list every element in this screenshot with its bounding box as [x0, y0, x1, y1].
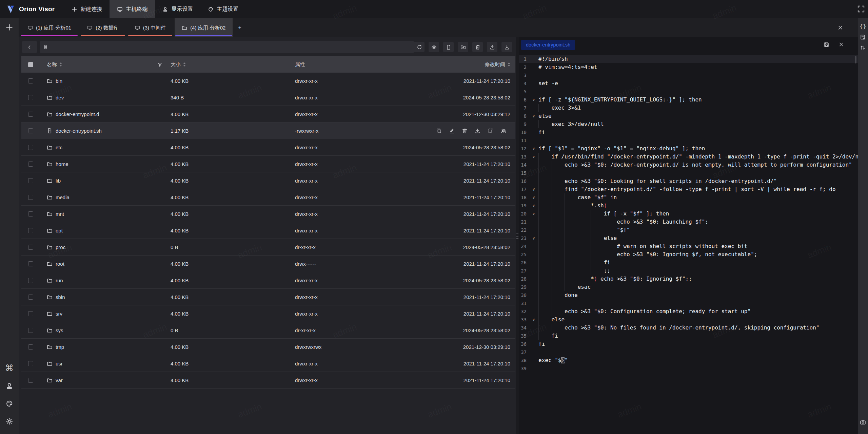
fold-chevron-icon[interactable]: ∨ [529, 185, 538, 193]
add-tab-button[interactable]: + [233, 18, 246, 37]
divider-grip[interactable] [516, 232, 518, 241]
close-panel-icon[interactable] [837, 25, 843, 31]
cell-name[interactable]: home [40, 161, 171, 167]
new-file-button[interactable] [443, 42, 454, 52]
fold-chevron-icon[interactable]: ∨ [529, 96, 538, 104]
row-checkbox[interactable] [28, 361, 33, 366]
nav-item-0[interactable]: 新建连接 [64, 0, 110, 18]
eye-button[interactable] [429, 42, 439, 52]
table-row[interactable]: tmp4.00 KBdrwxrwxrwx2021-12-30 03:29:10 [21, 339, 515, 355]
table-row[interactable]: run4.00 KBdrwxr-xr-x2024-05-28 23:58:02 [21, 272, 515, 289]
save-icon[interactable] [824, 42, 829, 48]
gear-icon[interactable] [5, 417, 13, 425]
table-row[interactable]: root4.00 KBdrwx------2021-11-24 17:20:10 [21, 256, 515, 272]
row-checkbox[interactable] [28, 195, 33, 200]
table-row[interactable]: mnt4.00 KBdrwxr-xr-x2021-11-24 17:20:10 [21, 206, 515, 222]
cell-name[interactable]: docker-entrypoint.sh [40, 128, 171, 134]
cell-name[interactable]: bin [40, 78, 171, 84]
table-row[interactable]: proc0 Bdr-xr-xr-x2024-05-28 23:58:02 [21, 239, 515, 256]
sort-time[interactable] [508, 62, 510, 67]
row-checkbox[interactable] [28, 112, 33, 117]
refresh-button[interactable] [414, 42, 425, 52]
braces-icon[interactable]: {} [860, 23, 866, 30]
row-checkbox[interactable] [28, 128, 33, 133]
cell-name[interactable]: usr [40, 361, 171, 366]
cell-name[interactable]: sys [40, 327, 171, 333]
terminal-tab-2[interactable]: (2) 数据库 [80, 18, 126, 37]
code-area[interactable]: 1#!/bin/sh2# vim:sw=4:ts=4:et34set -e56∨… [519, 55, 858, 373]
table-row[interactable]: usr4.00 KBdrwxr-xr-x2021-11-24 17:20:10 [21, 355, 515, 372]
delete-icon[interactable] [462, 128, 468, 134]
editor-close-icon[interactable] [839, 42, 844, 47]
cell-name[interactable]: docker-entrypoint.d [40, 111, 171, 117]
updown-icon[interactable] [860, 45, 866, 51]
upload-button[interactable] [487, 42, 497, 52]
editor-scrollbar[interactable] [855, 56, 856, 63]
table-row[interactable]: docker-entrypoint.d4.00 KBdrwxr-xr-x2021… [21, 106, 515, 122]
nav-item-2[interactable]: 显示设置 [155, 0, 200, 18]
table-row[interactable]: sbin4.00 KBdrwxr-xr-x2021-11-24 17:20:10 [21, 289, 515, 305]
doc-bookmark-icon[interactable] [860, 34, 866, 40]
row-checkbox[interactable] [28, 178, 33, 183]
command-icon[interactable]: ⌘ [5, 364, 14, 372]
panel-divider[interactable] [516, 37, 519, 434]
fold-chevron-icon[interactable]: ∨ [529, 153, 538, 161]
sort-name[interactable] [59, 62, 62, 67]
table-row[interactable]: sys0 Bdr-xr-xr-x2024-05-28 23:58:02 [21, 322, 515, 339]
cell-name[interactable]: mnt [40, 211, 171, 217]
row-checkbox[interactable] [28, 162, 33, 167]
screenshot-icon[interactable] [858, 419, 868, 425]
row-checkbox[interactable] [28, 95, 33, 100]
cell-name[interactable]: dev [40, 95, 171, 100]
cell-name[interactable]: lib [40, 178, 171, 184]
edit-icon[interactable] [449, 128, 455, 134]
fold-chevron-icon[interactable]: ∨ [529, 234, 538, 242]
row-checkbox[interactable] [28, 228, 33, 233]
download-icon[interactable] [475, 128, 480, 134]
back-button[interactable] [22, 41, 37, 53]
cell-name[interactable]: srv [40, 311, 171, 317]
row-checkbox[interactable] [28, 245, 33, 250]
table-row[interactable]: etc4.00 KBdrwxr-xr-x2024-05-28 23:58:02 [21, 139, 515, 156]
path-input[interactable] [40, 41, 414, 53]
fold-chevron-icon[interactable]: ∨ [529, 193, 538, 202]
editor-file-tab[interactable]: docker-entrypoint.sh [521, 40, 575, 50]
move-icon[interactable] [488, 128, 493, 134]
row-checkbox[interactable] [28, 78, 33, 83]
cell-name[interactable]: var [40, 377, 171, 383]
fold-chevron-icon[interactable]: ∨ [529, 145, 538, 153]
filter-icon[interactable] [157, 62, 162, 67]
fold-chevron-icon[interactable]: ∨ [529, 316, 538, 324]
fold-chevron-icon[interactable]: ∨ [529, 112, 538, 120]
plus-icon[interactable] [5, 23, 13, 31]
table-row[interactable]: bin4.00 KBdrwxr-xr-x2021-11-24 17:20:10 [21, 73, 515, 89]
row-checkbox[interactable] [28, 311, 33, 316]
palette-icon[interactable] [5, 400, 13, 408]
table-row[interactable]: docker-entrypoint.sh1.17 KB-rwxrwxr-x [21, 122, 515, 139]
cell-name[interactable]: sbin [40, 294, 171, 300]
row-checkbox[interactable] [28, 295, 33, 300]
new-folder-button[interactable] [458, 42, 468, 52]
cell-name[interactable]: opt [40, 228, 171, 233]
nav-item-1[interactable]: 主机终端 [110, 0, 155, 18]
sort-size[interactable] [183, 62, 186, 67]
app-logo[interactable]: Orion Visor [0, 5, 64, 14]
row-checkbox[interactable] [28, 328, 33, 333]
cell-name[interactable]: etc [40, 145, 171, 150]
stamp-icon[interactable] [5, 382, 13, 390]
fold-chevron-icon[interactable]: ∨ [529, 202, 538, 210]
permissions-icon[interactable] [500, 128, 506, 134]
nav-item-3[interactable]: 主题设置 [200, 0, 246, 18]
cell-name[interactable]: media [40, 194, 171, 200]
cell-name[interactable]: run [40, 278, 171, 283]
cell-name[interactable]: proc [40, 244, 171, 250]
terminal-tab-4[interactable]: (4) 应用-分析02 [175, 18, 233, 37]
row-checkbox[interactable] [28, 261, 33, 266]
row-checkbox[interactable] [28, 378, 33, 383]
row-checkbox[interactable] [28, 145, 33, 150]
fullscreen-icon[interactable] [857, 5, 865, 13]
download-button[interactable] [501, 42, 512, 52]
cell-name[interactable]: tmp [40, 344, 171, 350]
copy-icon[interactable] [436, 128, 442, 134]
row-checkbox[interactable] [28, 211, 33, 216]
